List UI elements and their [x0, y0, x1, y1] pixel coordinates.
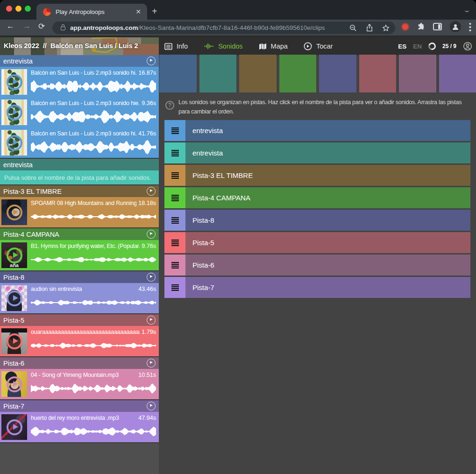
nav-sonidos[interactable]: Sonidos [204, 42, 242, 50]
track-row-body[interactable]: Pista-7 [185, 277, 470, 298]
drag-handle[interactable] [164, 187, 185, 208]
clip-item[interactable]: ouaraaaaaaaaaaaaaaaaaaaaaaaaaaaaaaaa...1… [0, 326, 159, 356]
track-play-button[interactable] [147, 230, 156, 239]
track-swatch[interactable] [159, 55, 197, 92]
recording-extension-icon[interactable] [402, 24, 408, 30]
browser-menu-icon[interactable]: ••• [469, 22, 471, 32]
lang-en-button[interactable]: EN [413, 43, 422, 50]
clip-thumbnail[interactable] [1, 371, 27, 397]
track-row[interactable]: entrevista [164, 120, 470, 141]
back-button[interactable]: ← [7, 21, 14, 31]
clip-waveform[interactable] [31, 107, 156, 126]
zoom-icon[interactable] [349, 24, 357, 32]
clip-waveform[interactable] [31, 138, 156, 156]
track-row[interactable]: Pista-8 [164, 210, 470, 231]
drag-handle[interactable] [164, 142, 185, 163]
clip-waveform[interactable] [31, 336, 156, 355]
track-row[interactable]: Pista-3 EL TIMBRE [164, 165, 470, 186]
track-row-body[interactable]: Pista-5 [185, 232, 470, 253]
nav-info[interactable]: Info [164, 42, 188, 50]
drag-handle[interactable] [164, 210, 185, 231]
clip-thumbnail[interactable] [1, 414, 27, 440]
track-row-body[interactable]: Pista-8 [185, 210, 470, 231]
track-row[interactable]: Pista-5 [164, 232, 470, 253]
tab-search-chevron-icon[interactable]: ⌄ [463, 7, 471, 14]
track-play-button[interactable] [147, 187, 156, 196]
clip-item[interactable]: Balcón en San Luis - Luis 2.mp3 sonido h… [0, 97, 159, 127]
track-swatch[interactable] [399, 55, 436, 92]
clip-play-icon[interactable] [7, 290, 22, 306]
lang-es-button[interactable]: ES [398, 43, 406, 50]
track-swatch[interactable] [359, 55, 397, 92]
clip-item[interactable]: añaB1. Hymns for purifying water, Etc. (… [0, 240, 159, 270]
track-swatch[interactable] [439, 55, 476, 92]
clip-thumbnail[interactable] [1, 199, 27, 225]
tab-close-icon[interactable]: ✕ [134, 8, 142, 15]
track-header[interactable]: Pista-6 [0, 357, 159, 369]
clip-waveform[interactable] [31, 293, 156, 312]
track-swatch[interactable] [199, 55, 237, 92]
track-play-button[interactable] [147, 57, 156, 65]
clip-item[interactable]: huerto del rey moro entrevista .mp347.94… [0, 412, 159, 442]
clip-item[interactable]: 04 - Song of Yimeng Mountain.mp310.51s [0, 369, 159, 399]
clip-thumbnail[interactable] [1, 328, 27, 354]
new-tab-button[interactable]: + [152, 7, 157, 16]
clip-play-icon[interactable] [7, 333, 22, 349]
reload-button[interactable]: ⟳ [38, 21, 45, 31]
project-header-photo[interactable]: Kleos 2022 // Balcón en San Luis / Luis … [0, 37, 159, 55]
nav-mapa[interactable]: Mapa [259, 42, 288, 50]
url-text[interactable]: app.antropoloops.com/Kleos-Santa-Marina/… [70, 24, 349, 31]
track-header[interactable]: Pista-5 [0, 314, 159, 326]
track-swatch[interactable] [239, 55, 277, 92]
track-header[interactable]: Pista-7 [0, 400, 159, 412]
clip-play-icon[interactable] [7, 105, 22, 120]
track-row-body[interactable]: Pista-6 [185, 255, 470, 276]
clip-thumbnail[interactable] [1, 130, 27, 156]
nav-tocar[interactable]: Tocar [304, 42, 333, 50]
track-row[interactable]: Pista-4 CAMPANA [164, 187, 470, 208]
browser-tab[interactable]: Play Antropoloops ✕ [36, 4, 147, 20]
clip-item[interactable]: audion sin entrevista43.46s [0, 283, 159, 313]
zoom-window-button[interactable] [25, 6, 31, 12]
clip-thumbnail[interactable] [1, 69, 27, 95]
track-swatch[interactable] [279, 55, 317, 92]
clip-waveform[interactable] [31, 250, 156, 269]
track-row-body[interactable]: entrevista [185, 142, 470, 163]
clip-thumbnail[interactable]: aña [1, 242, 27, 268]
track-play-button[interactable] [147, 402, 156, 410]
clip-thumbnail[interactable] [1, 99, 27, 125]
address-bar[interactable]: app.antropoloops.com/Kleos-Santa-Marina/… [52, 21, 395, 34]
clip-thumbnail[interactable] [1, 285, 27, 311]
drag-handle[interactable] [164, 255, 185, 276]
minimize-window-button[interactable] [15, 6, 21, 12]
clip-item[interactable]: Balcón en San Luis - Luis 2.mp3 sonido h… [0, 127, 159, 158]
clip-waveform[interactable] [31, 422, 156, 441]
clip-waveform[interactable] [31, 77, 156, 96]
extensions-puzzle-icon[interactable] [417, 23, 425, 31]
bookmark-star-icon[interactable] [382, 24, 390, 32]
side-panel-icon[interactable] [433, 23, 442, 30]
track-header[interactable]: entrevista [0, 159, 159, 170]
drag-handle[interactable] [164, 120, 185, 141]
drag-handle[interactable] [164, 165, 185, 186]
clip-item[interactable]: SPOAMR 08 High Mountains and Running ...… [0, 197, 159, 227]
share-icon[interactable] [366, 24, 373, 32]
track-row[interactable]: Pista-6 [164, 255, 470, 276]
profile-avatar[interactable] [450, 21, 461, 32]
forward-button[interactable]: → [23, 21, 31, 31]
clip-play-icon[interactable] [7, 419, 22, 435]
track-header[interactable]: Pista-3 EL TIMBRE [0, 185, 159, 197]
close-window-button[interactable] [6, 6, 12, 12]
track-header[interactable]: Pista-4 CAMPANA [0, 228, 159, 240]
clip-play-icon[interactable] [7, 135, 22, 151]
clip-waveform[interactable] [31, 207, 156, 226]
track-row-body[interactable]: Pista-4 CAMPANA [185, 187, 470, 208]
lock-icon[interactable] [61, 27, 65, 30]
clip-play-icon[interactable] [7, 74, 22, 90]
clip-play-icon[interactable] [7, 248, 22, 263]
track-row[interactable]: entrevista [164, 142, 470, 163]
track-row-body[interactable]: entrevista [185, 120, 470, 141]
track-row[interactable]: Pista-7 [164, 277, 470, 298]
account-icon[interactable] [463, 42, 472, 51]
track-play-button[interactable] [147, 359, 156, 368]
